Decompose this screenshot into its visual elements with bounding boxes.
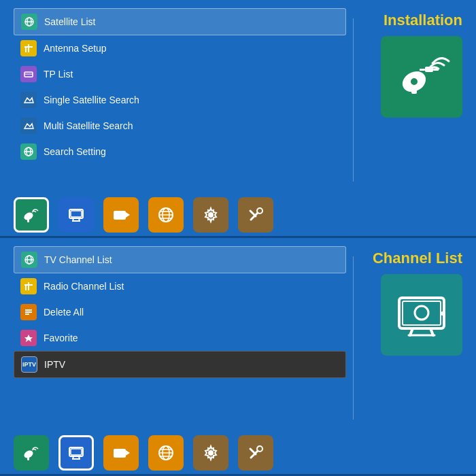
svg-line-69 xyxy=(250,449,256,454)
bottom-shortcut-2[interactable] xyxy=(103,435,139,471)
svg-point-68 xyxy=(257,446,262,452)
bottom-menu-label-3: Favorite xyxy=(44,333,78,343)
bottom-menu-label-2: Delete All xyxy=(44,307,84,318)
bottom-section-title: Channel List xyxy=(373,250,462,267)
bottom-menu-label-0: TV Channel List xyxy=(44,254,112,265)
svg-rect-53 xyxy=(27,457,29,460)
menu-icon-2 xyxy=(20,66,37,82)
top-preview-icon xyxy=(381,36,462,118)
bottom-shortcut-4[interactable] xyxy=(193,435,228,471)
bottom-menu-item-4[interactable]: IPTVIPTV xyxy=(14,351,346,378)
top-menu-item-1[interactable]: Antenna Setup xyxy=(14,35,346,61)
svg-rect-16 xyxy=(433,69,439,71)
bottom-menu-icon-3 xyxy=(20,330,37,346)
top-menu-item-0[interactable]: Satellite List xyxy=(14,8,346,35)
svg-marker-44 xyxy=(24,335,33,342)
top-right-panel: Installation xyxy=(354,8,462,190)
menu-icon-0 xyxy=(21,14,37,30)
svg-rect-20 xyxy=(71,211,82,217)
menu-label-3: Single Satellite Search xyxy=(44,95,139,105)
top-shortcut-3[interactable] xyxy=(148,197,184,233)
top-shortcut-bar xyxy=(0,190,476,239)
svg-line-34 xyxy=(250,211,256,216)
bottom-menu-icon-4: IPTV xyxy=(21,356,37,373)
bottom-shortcut-5[interactable] xyxy=(238,435,273,471)
top-menu-item-2[interactable]: TP List xyxy=(14,61,346,87)
bottom-menu-item-3[interactable]: Favorite xyxy=(14,325,346,351)
menu-label-0: Satellite List xyxy=(44,16,95,27)
top-screen: Satellite ListAntenna SetupTP ListSingle… xyxy=(0,0,476,238)
menu-icon-1 xyxy=(20,40,37,56)
svg-point-31 xyxy=(208,212,214,218)
svg-rect-18 xyxy=(27,219,29,222)
svg-rect-55 xyxy=(71,449,82,455)
bottom-menu-icon-1 xyxy=(20,278,37,294)
top-menu-item-4[interactable]: Multi Satellite Search xyxy=(14,113,346,139)
top-shortcut-1[interactable] xyxy=(58,197,94,233)
menu-icon-4 xyxy=(20,118,37,134)
bottom-screen: TV Channel ListRadio Channel ListDelete … xyxy=(0,238,476,476)
menu-label-5: Search Setting xyxy=(44,146,106,157)
top-menu-item-3[interactable]: Single Satellite Search xyxy=(14,87,346,113)
top-shortcut-4[interactable] xyxy=(193,197,228,233)
svg-rect-59 xyxy=(114,449,126,458)
bottom-shortcut-0[interactable] xyxy=(14,435,49,471)
top-section-title: Installation xyxy=(384,12,462,29)
menu-label-1: Antenna Setup xyxy=(44,43,107,54)
top-menu-item-5[interactable]: Search Setting xyxy=(14,139,346,165)
top-shortcut-5[interactable] xyxy=(238,197,273,233)
svg-marker-60 xyxy=(126,450,130,456)
svg-point-51 xyxy=(441,311,445,316)
svg-point-13 xyxy=(411,78,418,85)
bottom-menu-label-1: Radio Channel List xyxy=(44,281,124,292)
bottom-shortcut-bar xyxy=(0,428,476,476)
top-shortcut-0[interactable] xyxy=(14,197,49,233)
bottom-shortcut-3[interactable] xyxy=(148,435,184,471)
svg-rect-14 xyxy=(425,67,433,72)
svg-point-50 xyxy=(415,306,428,320)
bottom-menu-item-2[interactable]: Delete All xyxy=(14,299,346,325)
bottom-menu-icon-0 xyxy=(21,252,37,268)
svg-rect-24 xyxy=(114,211,126,220)
menu-label-4: Multi Satellite Search xyxy=(44,120,133,131)
svg-point-66 xyxy=(208,450,214,456)
menu-icon-5 xyxy=(20,143,37,160)
svg-rect-45 xyxy=(399,298,444,328)
svg-point-33 xyxy=(257,208,262,214)
bottom-shortcut-1[interactable] xyxy=(58,435,94,471)
bottom-menu-icon-2 xyxy=(20,304,37,320)
top-menu-panel: Satellite ListAntenna SetupTP ListSingle… xyxy=(14,8,353,190)
menu-label-2: TP List xyxy=(44,69,73,80)
top-shortcut-2[interactable] xyxy=(103,197,139,233)
svg-marker-25 xyxy=(126,212,130,218)
bottom-preview-icon xyxy=(381,274,462,356)
svg-rect-15 xyxy=(420,69,425,71)
bottom-menu-panel: TV Channel ListRadio Channel ListDelete … xyxy=(14,246,353,428)
bottom-menu-label-4: IPTV xyxy=(44,359,65,370)
menu-icon-3 xyxy=(20,92,37,108)
bottom-right-panel: Channel List xyxy=(354,246,462,428)
svg-rect-46 xyxy=(403,301,441,325)
bottom-menu-item-0[interactable]: TV Channel List xyxy=(14,246,346,273)
bottom-menu-item-1[interactable]: Radio Channel List xyxy=(14,273,346,299)
